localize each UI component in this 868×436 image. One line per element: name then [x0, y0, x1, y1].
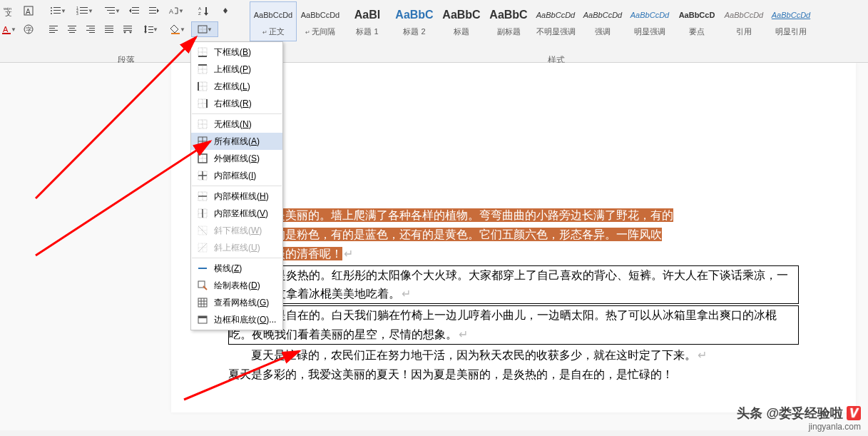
menu-item-label: 斜上框线(U): [214, 242, 277, 254]
hline-border-icon: [197, 263, 208, 274]
menu-item-top[interactable]: 上框线(P): [191, 61, 282, 78]
hinside-border-icon: [197, 191, 208, 202]
dropdown-arrow-icon: ▼: [88, 8, 93, 14]
svg-rect-42: [69, 32, 75, 33]
style-item-6[interactable]: AaBbCcDd不明显强调: [532, 1, 579, 41]
dropdown-arrow-icon: ▼: [11, 26, 16, 33]
show-marks-button[interactable]: [217, 3, 235, 19]
style-name: ↵正文: [262, 26, 285, 37]
menu-item-all[interactable]: 所有框线(A): [191, 133, 282, 150]
menu-item-right[interactable]: 右框线(R): [191, 95, 282, 112]
style-item-11[interactable]: AaBbCcDd明显引用: [767, 1, 815, 41]
menu-item-viewgrid[interactable]: 查看网格线(G): [191, 294, 282, 311]
text-highlight: 夏天是美丽的。墙上爬满了各种各样的植物。弯弯曲曲的小路旁边长满了野花，有的: [251, 208, 673, 222]
style-item-5[interactable]: AaBbC副标题: [485, 1, 532, 41]
menu-separator: [192, 113, 282, 114]
menu-item-drawtable[interactable]: 绘制表格(D): [191, 277, 282, 294]
menu-item-bottom[interactable]: 下框线(B): [191, 44, 282, 61]
bullet-list-button[interactable]: ▼: [44, 3, 71, 19]
dropdown-arrow-icon: ▼: [153, 26, 158, 33]
style-item-8[interactable]: AaBbCcDd明显强调: [626, 1, 673, 41]
borders-button[interactable]: ▼: [191, 21, 218, 37]
style-item-2[interactable]: AaBl标题 1: [344, 1, 391, 41]
style-item-3[interactable]: AaBbC标题 2: [391, 1, 438, 41]
font-tools: wén文 A A ▼ 字: [0, 3, 37, 37]
svg-rect-43: [86, 26, 95, 26]
svg-rect-44: [89, 28, 95, 29]
line-spacing-button[interactable]: ▼: [137, 21, 164, 37]
diag2-border-icon: [197, 242, 208, 253]
menu-item-label: 下框线(B): [214, 46, 277, 59]
align-justify-button[interactable]: [100, 21, 118, 37]
increase-indent-button[interactable]: [144, 3, 163, 19]
numbered-list-button[interactable]: 123 ▼: [71, 3, 98, 19]
outside-border-icon: [197, 153, 208, 164]
menu-item-hinside[interactable]: 内部横框线(H): [191, 188, 282, 205]
svg-rect-51: [123, 26, 132, 26]
style-preview: AaBbCcDd: [772, 6, 810, 24]
menu-item-vinside[interactable]: 内部竖框线(V): [191, 205, 282, 222]
style-preview: AaBbC: [442, 6, 480, 24]
shading-button[interactable]: ▼: [164, 21, 191, 37]
align-distributed-button[interactable]: [118, 21, 137, 37]
menu-item-hline[interactable]: 横线(Z): [191, 260, 282, 277]
all-border-icon: [197, 136, 208, 147]
character-border-button[interactable]: A: [20, 3, 37, 19]
menu-item-label: 斜下框线(W): [214, 225, 277, 237]
svg-rect-38: [49, 32, 55, 33]
sort-button[interactable]: AZ: [190, 3, 217, 19]
paragraph-text: 夏天是多彩的，我爱这美丽的夏天！因为夏是美丽的，是炎热的，是自在的，是忙碌的！: [228, 368, 673, 380]
style-preview: AaBbCcDd: [630, 6, 669, 24]
svg-rect-5: [2, 33, 11, 34]
style-name: ↵无间隔: [305, 26, 335, 37]
svg-rect-37: [49, 30, 58, 31]
style-item-0[interactable]: AaBbCcDd↵正文: [250, 1, 297, 41]
svg-rect-13: [53, 13, 61, 14]
style-name: 明显强调: [634, 26, 665, 37]
menu-item-outside[interactable]: 外侧框线(S): [191, 150, 282, 167]
align-right-button[interactable]: [81, 21, 100, 37]
paragraph-1-highlighted: 夏天是美丽的。墙上爬满了各种各样的植物。弯弯曲曲的小路旁边长满了野花，有的 紫色…: [228, 206, 799, 264]
menu-item-label: 外侧框线(S): [214, 153, 277, 165]
enclose-character-button[interactable]: 字: [20, 21, 37, 37]
menu-item-label: 边框和底纹(O)...: [214, 314, 277, 326]
text-direction-button[interactable]: A ▼: [163, 3, 190, 19]
style-item-1[interactable]: AaBbCcDd↵无间隔: [297, 1, 344, 41]
style-item-7[interactable]: AaBbCcDd强调: [579, 1, 626, 41]
style-name: 副标题: [497, 26, 521, 37]
paragraph-group: ▼ 123 ▼ ▼ A ▼ AZ: [44, 3, 235, 40]
bordered-paragraph: 夏天是炎热的。红彤彤的太阳像个大火球。大家都穿上了自己喜欢的背心、短裤。许大人在…: [228, 265, 799, 305]
phonetic-guide-button[interactable]: wén文: [0, 3, 17, 19]
menu-separator: [192, 258, 282, 258]
svg-rect-27: [149, 7, 156, 8]
style-name: 要点: [689, 26, 705, 37]
styles-gallery: AaBbCcDd↵正文AaBbCcDd↵无间隔AaBl标题 1AaBbC标题 2…: [250, 1, 815, 41]
svg-rect-62: [171, 33, 180, 34]
svg-text:文: 文: [5, 9, 12, 16]
style-item-10[interactable]: AaBbCcDd引用: [720, 1, 767, 41]
font-color-button[interactable]: A ▼: [0, 21, 17, 37]
svg-rect-40: [69, 28, 75, 29]
paragraph-text: 夏天是自在的。白天我们躺在竹椅上一边儿哼着小曲儿，一边晒太阳。热了可以从冰箱里拿…: [229, 309, 777, 340]
align-left-button[interactable]: [44, 21, 63, 37]
style-name: 引用: [736, 26, 752, 37]
menu-item-none[interactable]: 无框线(N): [191, 116, 282, 133]
bottom-border-icon: [197, 46, 208, 58]
multilevel-list-button[interactable]: ▼: [98, 3, 126, 19]
style-preview: AaBbCcD: [679, 6, 715, 24]
style-item-4[interactable]: AaBbC标题: [438, 1, 485, 41]
menu-item-inside[interactable]: 内部框线(I): [191, 167, 282, 184]
menu-item-label: 内部框线(I): [214, 170, 277, 182]
style-item-9[interactable]: AaBbCcD要点: [673, 1, 720, 41]
align-center-button[interactable]: [63, 21, 81, 37]
menu-item-left[interactable]: 左框线(L): [191, 78, 282, 95]
menu-item-label: 内部横框线(H): [214, 191, 277, 203]
svg-rect-35: [49, 26, 58, 26]
svg-rect-23: [132, 7, 139, 8]
style-name: 强调: [595, 26, 611, 37]
grid-border-icon: [197, 297, 208, 308]
svg-rect-41: [68, 30, 76, 31]
menu-item-bshading[interactable]: 边框和底纹(O)...: [191, 311, 282, 328]
decrease-indent-button[interactable]: [126, 3, 144, 19]
menu-item-label: 内部竖框线(V): [214, 208, 277, 220]
